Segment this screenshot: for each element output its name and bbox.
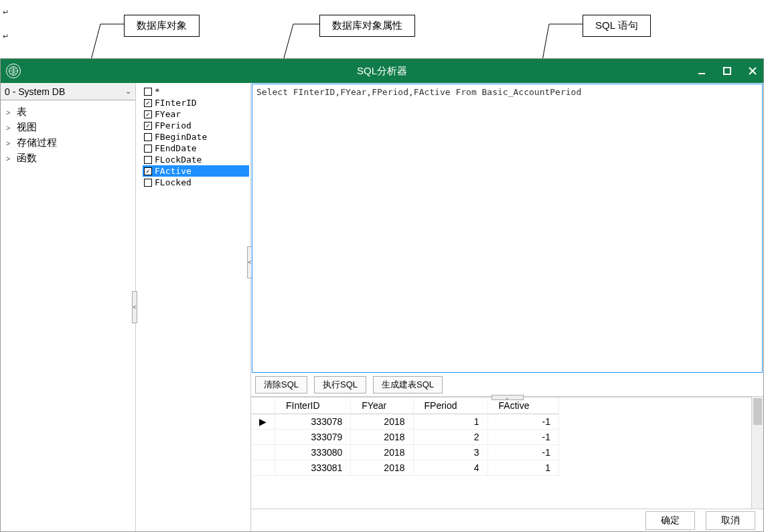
tree-item[interactable]: >表 [3, 104, 133, 120]
svg-rect-2 [724, 68, 731, 74]
checkbox[interactable]: ✓ [144, 122, 152, 130]
cell: 1 [413, 414, 487, 430]
sql-editor[interactable]: Select FInterID,FYear,FPeriod,FActive Fr… [252, 84, 763, 373]
chevron-right-icon: > [6, 155, 13, 163]
cell: 333080 [275, 445, 351, 460]
cell: 333081 [275, 460, 351, 476]
minimize-button[interactable] [695, 64, 708, 78]
build-create-sql-button[interactable]: 生成建表SQL [373, 376, 443, 393]
row-indicator [251, 430, 275, 445]
chevron-down-icon: ⌄ [125, 87, 131, 96]
cell: 1 [487, 460, 558, 476]
field-label: FEndDate [155, 143, 197, 154]
column-header[interactable]: FYear [351, 397, 413, 414]
field-label: FInterID [155, 97, 197, 108]
window-title: SQL分析器 [357, 65, 407, 78]
object-tree: >表>视图>存储过程>函数 [1, 100, 135, 170]
cell: 4 [413, 460, 487, 476]
left-pane: 0 - System DB ⌄ >表>视图>存储过程>函数 [1, 83, 136, 531]
ok-button[interactable]: 确定 [645, 511, 695, 530]
callout-db-object-attr: 数据库对象属性 [319, 15, 415, 37]
column-header[interactable]: FInterID [275, 397, 351, 414]
cell: 2018 [351, 430, 413, 445]
field-label: FBeginDate [155, 131, 207, 143]
callout-sql-statement: SQL 语句 [583, 15, 651, 37]
titlebar: SQL分析器 [1, 59, 763, 83]
field-list: *✓FInterID✓FYear✓FPeriodFBeginDateFEndDa… [136, 83, 250, 191]
tree-item[interactable]: >函数 [3, 151, 133, 166]
close-button[interactable] [746, 64, 759, 78]
row-indicator-header [251, 397, 275, 414]
chevron-right-icon: > [6, 124, 13, 132]
field-label: FPeriod [155, 120, 192, 131]
field-pane: < *✓FInterID✓FYear✓FPeriodFBeginDateFEnd… [136, 83, 251, 531]
field-row[interactable]: FLocked [143, 177, 249, 188]
field-row[interactable]: FEndDate [143, 143, 249, 154]
row-indicator [251, 445, 275, 460]
tree-item[interactable]: >视图 [3, 120, 133, 135]
cell: -1 [487, 445, 558, 460]
checkbox[interactable] [144, 179, 152, 187]
field-label: * [155, 86, 160, 97]
callout-db-object: 数据库对象 [124, 15, 200, 37]
cell: 3 [413, 445, 487, 460]
checkbox[interactable] [144, 133, 152, 141]
table-row[interactable]: 333081201841 [251, 460, 559, 476]
row-indicator: ▶ [251, 414, 275, 430]
field-row[interactable]: FLockDate [143, 154, 249, 165]
tree-item-label: 视图 [17, 121, 37, 134]
footer: 确定 取消 [251, 509, 763, 531]
column-header[interactable]: FPeriod [413, 397, 487, 414]
database-select[interactable]: 0 - System DB ⌄ [1, 83, 135, 100]
right-pane: < Select FInterID,FYear,FPeriod,FActive … [251, 83, 763, 531]
app-window: SQL分析器 0 - System DB ⌄ >表>视图>存储过程>函数 < [0, 58, 764, 532]
action-bar: 清除SQL 执行SQL 生成建表SQL ⌄ [251, 373, 763, 397]
field-row[interactable]: ✓FYear [143, 108, 249, 120]
cancel-button[interactable]: 取消 [706, 511, 755, 530]
cell: -1 [487, 414, 558, 430]
field-row[interactable]: * [143, 86, 249, 97]
field-row[interactable]: ✓FPeriod [143, 120, 249, 131]
field-label: FLocked [155, 177, 192, 188]
result-grid[interactable]: FInterIDFYearFPeriodFActive▶33307820181-… [251, 397, 751, 509]
cell: 333079 [275, 430, 351, 445]
cell: 2 [413, 430, 487, 445]
checkbox[interactable]: ✓ [144, 110, 152, 118]
cell: 2018 [351, 414, 413, 430]
tree-item-label: 存储过程 [17, 137, 57, 149]
tree-item[interactable]: >存储过程 [3, 135, 133, 151]
chevron-right-icon: > [6, 108, 13, 116]
app-globe-icon [6, 64, 21, 78]
table-row[interactable]: 33307920182-1 [251, 430, 559, 445]
chevron-right-icon: > [6, 139, 13, 147]
splitter-handle-icon[interactable]: < [132, 291, 137, 323]
database-select-value: 0 - System DB [5, 86, 65, 97]
checkbox[interactable] [144, 88, 152, 96]
table-row[interactable]: ▶33307820181-1 [251, 414, 559, 430]
tree-item-label: 函数 [17, 152, 37, 165]
tree-item-label: 表 [17, 106, 27, 118]
page-marker-icon: ↵ [3, 32, 9, 41]
field-label: FLockDate [155, 154, 202, 165]
splitter-handle-icon[interactable]: ⌄ [491, 395, 524, 400]
maximize-button[interactable] [720, 64, 734, 78]
checkbox[interactable]: ✓ [144, 167, 152, 175]
cell: 2018 [351, 460, 413, 476]
run-sql-button[interactable]: 执行SQL [314, 376, 366, 393]
cell: 333078 [275, 414, 351, 430]
scrollbar-thumb[interactable] [753, 398, 762, 425]
field-row[interactable]: ✓FInterID [143, 97, 249, 108]
page-marker-icon: ↵ [3, 8, 9, 17]
field-label: FActive [155, 165, 192, 177]
checkbox[interactable]: ✓ [144, 99, 152, 107]
row-indicator [251, 460, 275, 476]
scrollbar[interactable] [751, 397, 763, 509]
checkbox[interactable] [144, 145, 152, 153]
checkbox[interactable] [144, 156, 152, 164]
field-row[interactable]: FBeginDate [143, 131, 249, 143]
cell: 2018 [351, 445, 413, 460]
clear-sql-button[interactable]: 清除SQL [255, 376, 307, 393]
field-row[interactable]: ✓FActive [143, 165, 249, 177]
cell: -1 [487, 430, 558, 445]
table-row[interactable]: 33308020183-1 [251, 445, 559, 460]
